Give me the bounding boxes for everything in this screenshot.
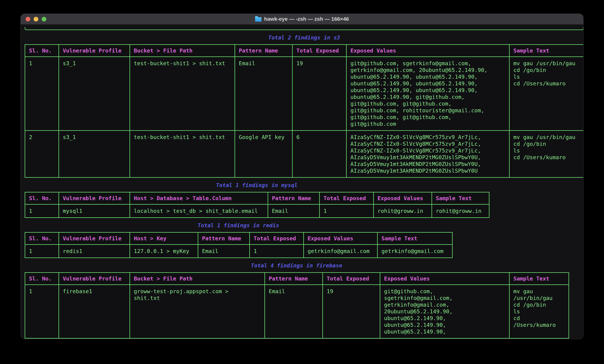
findings-table-redis: Sl. No.Vulnerable ProfileHost > KeyPatte… [25, 232, 453, 258]
table-cell: rohit@groww.in [432, 204, 489, 218]
table-row: 1redis1127.0.0.1 > myKeyEmail1getrkinfo@… [25, 245, 453, 258]
window-titlebar[interactable]: hawk-eye — -zsh — zsh — 166×46 [21, 14, 583, 25]
findings-count-heading-mysql: Total 1 findings in mysql [25, 182, 489, 188]
table-cell: localhost > test_db > shit_table.email [130, 204, 268, 218]
findings-table-s3: Sl. No.Vulnerable ProfileBucket > File P… [25, 44, 583, 178]
table-cell: 1 [320, 204, 374, 218]
table-cell: 19 [323, 285, 380, 339]
table-row: 1firebase1groww-test-proj.appspot.com > … [25, 285, 569, 339]
column-header-firebase-5: Exposed Values [380, 273, 509, 285]
traffic-lights [25, 17, 46, 22]
column-header-s3-2: Bucket > File Path [130, 45, 235, 57]
header-row: Sl. No.Vulnerable ProfileBucket > File P… [25, 273, 569, 285]
table-cell: test-bucket-shit1 > shit.txt [130, 57, 235, 131]
table-cell: redis1 [59, 245, 130, 258]
findings-section-s3: Total 2 findings in s3Sl. No.Vulnerable … [25, 34, 583, 178]
column-header-redis-1: Vulnerable Profile [59, 232, 130, 245]
table-cell: Email [268, 204, 320, 218]
column-header-firebase-6: Sample Text [509, 273, 569, 285]
table-cell: mysql1 [59, 204, 130, 218]
table-cell: Email [235, 57, 292, 131]
column-header-redis-5: Exposed Values [304, 232, 378, 245]
window-title-text: hawk-eye — -zsh — zsh — 166×46 [264, 16, 349, 22]
column-header-mysql-4: Total Exposed [320, 192, 374, 204]
table-cell: 6 [292, 131, 346, 177]
table-cell: Email [198, 245, 250, 258]
terminal-body[interactable]: Total 2 findings in s3Sl. No.Vulnerable … [21, 25, 583, 339]
header-row: Sl. No.Vulnerable ProfileHost > KeyPatte… [25, 232, 453, 245]
terminal-window: hawk-eye — -zsh — zsh — 166×46 Total 2 f… [21, 14, 583, 339]
table-cell: 1 [25, 285, 59, 339]
table-row: 2s3_1test-bucket-shit1 > shit.txtGoogle … [25, 131, 583, 177]
findings-count-heading-redis: Total 1 findings in redis [25, 222, 452, 229]
table-cell: s3_1 [59, 57, 130, 131]
column-header-firebase-1: Vulnerable Profile [59, 273, 130, 285]
column-header-mysql-1: Vulnerable Profile [59, 192, 130, 204]
column-header-mysql-6: Sample Text [432, 192, 489, 204]
findings-table-firebase: Sl. No.Vulnerable ProfileBucket > File P… [25, 272, 569, 339]
column-header-redis-2: Host > Key [130, 232, 198, 245]
column-header-mysql-5: Exposed Values [374, 192, 432, 204]
header-row: Sl. No.Vulnerable ProfileHost > Database… [25, 192, 489, 204]
table-cell: 127.0.0.1 > myKey [130, 245, 198, 258]
close-button[interactable] [25, 17, 30, 22]
column-header-firebase-4: Total Exposed [323, 273, 380, 285]
column-header-s3-3: Pattern Name [235, 45, 292, 57]
table-cell: 1 [25, 245, 59, 258]
table-cell: mv gau /usr/bin/gau cd /go/bin ls cd /Us… [509, 285, 569, 339]
findings-section-mysql: Total 1 findings in mysqlSl. No.Vulnerab… [25, 182, 489, 218]
table-cell: 1 [250, 245, 304, 258]
findings-table-mysql: Sl. No.Vulnerable ProfileHost > Database… [25, 192, 490, 218]
table-cell: rohit@groww.in [374, 204, 432, 218]
column-header-firebase-3: Pattern Name [265, 273, 323, 285]
column-header-firebase-0: Sl. No. [25, 273, 59, 285]
table-cell: AIzaSyCfNZ-IZx0-SlVcVg8MCr575zv9_Ar7jLc,… [346, 131, 509, 177]
table-cell: mv gau /usr/bin/gau cd /go/bin ls cd /Us… [509, 131, 583, 177]
column-header-redis-6: Sample Text [378, 232, 453, 245]
table-cell: 1 [25, 57, 59, 131]
table-cell: getrkinfo@gmail.com [378, 245, 453, 258]
column-header-s3-1: Vulnerable Profile [59, 45, 130, 57]
column-header-s3-5: Exposed Values [346, 45, 509, 57]
table-cell: 1 [25, 204, 59, 218]
column-header-redis-3: Pattern Name [198, 232, 250, 245]
table-cell: mv gau /usr/bin/gau cd /go/bin ls cd /Us… [509, 57, 583, 131]
column-header-redis-0: Sl. No. [25, 232, 59, 245]
previous-table-bottom-edge [25, 27, 583, 30]
table-cell: Email [265, 285, 323, 339]
table-row: 1s3_1test-bucket-shit1 > shit.txtEmail19… [25, 57, 583, 131]
table-cell: git@github.com, sgetrkinfo@gmail.com, ge… [380, 285, 509, 339]
findings-count-heading-s3: Total 2 findings in s3 [25, 34, 583, 41]
findings-count-heading-firebase: Total 4 findings in firebase [25, 262, 568, 269]
minimize-button[interactable] [34, 17, 38, 22]
zoom-button[interactable] [42, 17, 46, 22]
header-row: Sl. No.Vulnerable ProfileBucket > File P… [25, 45, 583, 57]
table-row: 1mysql1localhost > test_db > shit_table.… [25, 204, 489, 218]
column-header-mysql-3: Pattern Name [268, 192, 320, 204]
column-header-redis-4: Total Exposed [250, 232, 304, 245]
table-cell: 19 [292, 57, 346, 131]
table-cell: getrkinfo@gmail.com [304, 245, 378, 258]
column-header-s3-0: Sl. No. [25, 45, 59, 57]
table-cell: groww-test-proj.appspot.com > shit.txt [130, 285, 265, 339]
table-cell: git@github.com, sgetrkinfo@gmail.com, ge… [346, 57, 509, 131]
table-cell: firebase1 [59, 285, 130, 339]
findings-section-redis: Total 1 findings in redisSl. No.Vulnerab… [25, 222, 452, 258]
table-cell: 2 [25, 131, 59, 177]
folder-icon [255, 17, 262, 22]
window-title: hawk-eye — -zsh — zsh — 166×46 [255, 16, 349, 22]
table-cell: Google API key [235, 131, 292, 177]
column-header-mysql-2: Host > Database > Table.Column [130, 192, 268, 204]
column-header-s3-6: Sample Text [509, 45, 583, 57]
findings-section-firebase: Total 4 findings in firebaseSl. No.Vulne… [25, 262, 568, 339]
column-header-s3-4: Total Exposed [292, 45, 346, 57]
table-cell: s3_1 [59, 131, 130, 177]
column-header-firebase-2: Bucket > File Path [130, 273, 265, 285]
column-header-mysql-0: Sl. No. [25, 192, 59, 204]
table-cell: test-bucket-shit1 > shit.txt [130, 131, 235, 177]
